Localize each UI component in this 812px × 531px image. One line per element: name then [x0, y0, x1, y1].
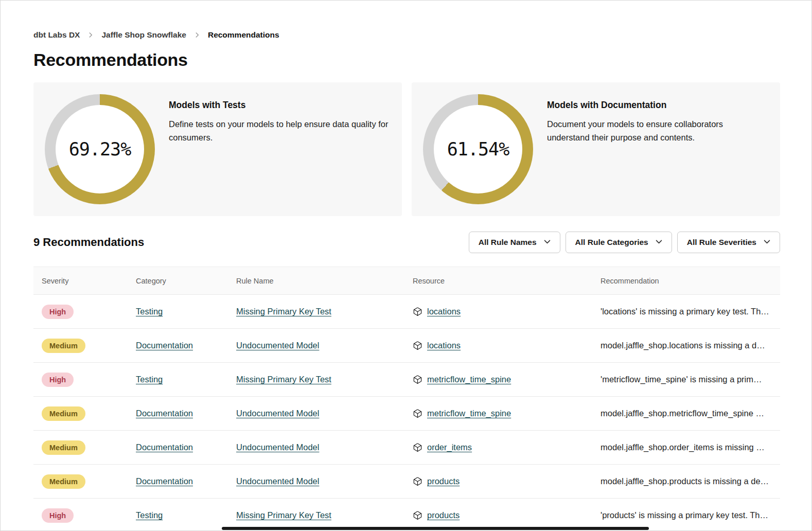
documentation-donut-chart: 61.54%	[423, 94, 533, 204]
category-link[interactable]: Documentation	[136, 409, 193, 418]
resource-link[interactable]: locations	[427, 307, 461, 316]
tests-donut-chart: 69.23%	[45, 94, 155, 204]
recommendations-table: Severity Category Rule Name Resource Rec…	[33, 267, 780, 531]
category-link[interactable]: Documentation	[136, 442, 193, 452]
documentation-percentage: 61.54%	[447, 139, 509, 160]
package-icon	[413, 442, 422, 452]
package-icon	[413, 307, 422, 316]
category-link[interactable]: Testing	[136, 510, 163, 520]
recommendation-text: model.jaffle_shop.products is missing a …	[601, 476, 780, 486]
rule-name-link[interactable]: Undocumented Model	[236, 409, 319, 418]
models-with-tests-card: 69.23% Models with Tests Define tests on…	[33, 82, 402, 216]
recommendation-text: 'metricflow_time_spine' is missing a pri…	[601, 375, 780, 384]
table-row: Medium Documentation Undocumented Model …	[33, 329, 780, 363]
donut-hole: 69.23%	[56, 105, 144, 193]
donut-hole: 61.54%	[434, 105, 522, 193]
recommendation-text: model.jaffle_shop.order_items is missing…	[601, 442, 780, 452]
table-header-row: Severity Category Rule Name Resource Rec…	[33, 267, 780, 295]
rule-name-link[interactable]: Missing Primary Key Test	[236, 510, 331, 520]
resource-link[interactable]: locations	[427, 341, 461, 350]
chevron-down-icon	[763, 237, 771, 248]
severity-badge: High	[42, 305, 74, 319]
severity-badge: Medium	[42, 406, 85, 421]
rule-name-link[interactable]: Undocumented Model	[236, 341, 319, 350]
summary-cards: 69.23% Models with Tests Define tests on…	[33, 82, 780, 216]
chevron-right-icon	[87, 31, 94, 39]
category-link[interactable]: Documentation	[136, 476, 193, 486]
rule-severities-filter-dropdown[interactable]: All Rule Severities	[677, 232, 780, 253]
filter-label: All Rule Names	[479, 238, 537, 247]
tests-percentage: 69.23%	[69, 139, 131, 160]
table-row: High Testing Missing Primary Key Test pr…	[33, 499, 780, 531]
list-header: 9 Recommendations All Rule Names All Rul…	[33, 232, 780, 253]
resource-link[interactable]: order_items	[427, 442, 472, 452]
card-text: Models with Documentation Document your …	[547, 100, 736, 144]
chevron-down-icon	[543, 237, 552, 248]
card-description: Define tests on your models to help ensu…	[169, 117, 390, 144]
package-icon	[413, 341, 422, 350]
column-header-category: Category	[136, 277, 236, 285]
severity-badge: Medium	[42, 440, 85, 455]
table-row: Medium Documentation Undocumented Model …	[33, 397, 780, 431]
breadcrumb-item-account[interactable]: dbt Labs DX	[33, 30, 80, 40]
category-link[interactable]: Documentation	[136, 341, 193, 350]
rule-name-link[interactable]: Missing Primary Key Test	[236, 375, 331, 384]
table-row: Medium Documentation Undocumented Model …	[33, 431, 780, 465]
rule-name-link[interactable]: Undocumented Model	[236, 476, 319, 486]
card-title: Models with Documentation	[547, 100, 736, 111]
table-row: High Testing Missing Primary Key Test me…	[33, 363, 780, 397]
severity-badge: Medium	[42, 339, 85, 353]
filter-label: All Rule Categories	[575, 238, 648, 247]
category-link[interactable]: Testing	[136, 375, 163, 384]
models-with-documentation-card: 61.54% Models with Documentation Documen…	[412, 82, 780, 216]
table-row: High Testing Missing Primary Key Test lo…	[33, 295, 780, 329]
rule-names-filter-dropdown[interactable]: All Rule Names	[469, 232, 560, 253]
breadcrumb: dbt Labs DX Jaffle Shop Snowflake Recomm…	[33, 30, 780, 40]
package-icon	[413, 375, 422, 384]
card-text: Models with Tests Define tests on your m…	[169, 100, 390, 144]
column-header-resource: Resource	[413, 277, 601, 285]
rule-name-link[interactable]: Undocumented Model	[236, 442, 319, 452]
recommendation-text: model.jaffle_shop.metricflow_time_spine …	[601, 409, 780, 418]
recommendations-count: 9 Recommendations	[33, 236, 144, 249]
column-header-severity: Severity	[42, 277, 136, 285]
package-icon	[413, 476, 422, 486]
card-description: Document your models to ensure collabora…	[547, 117, 736, 144]
resource-link[interactable]: products	[427, 510, 460, 520]
chevron-down-icon	[655, 237, 663, 248]
card-title: Models with Tests	[169, 100, 390, 111]
filters: All Rule Names All Rule Categories All R…	[469, 232, 780, 253]
recommendations-page: dbt Labs DX Jaffle Shop Snowflake Recomm…	[0, 0, 812, 531]
chevron-right-icon	[193, 31, 201, 39]
resource-link[interactable]: metricflow_time_spine	[427, 375, 511, 384]
category-link[interactable]: Testing	[136, 307, 163, 316]
column-header-recommendation: Recommendation	[601, 277, 780, 285]
table-row: Medium Documentation Undocumented Model …	[33, 465, 780, 499]
recommendation-text: 'products' is missing a primary key test…	[601, 510, 780, 520]
breadcrumb-item-project[interactable]: Jaffle Shop Snowflake	[101, 30, 186, 40]
recommendation-text: model.jaffle_shop.locations is missing a…	[601, 341, 780, 350]
page-title: Recommendations	[33, 50, 780, 70]
severity-badge: Medium	[42, 474, 85, 489]
horizontal-scrollbar-thumb[interactable]	[222, 527, 649, 530]
breadcrumb-item-current: Recommendations	[208, 30, 279, 40]
severity-badge: High	[42, 373, 74, 387]
resource-link[interactable]: products	[427, 476, 460, 486]
column-header-rule-name: Rule Name	[236, 277, 413, 285]
filter-label: All Rule Severities	[687, 238, 756, 247]
resource-link[interactable]: metricflow_time_spine	[427, 409, 511, 418]
package-icon	[413, 510, 422, 520]
rule-categories-filter-dropdown[interactable]: All Rule Categories	[566, 232, 672, 253]
package-icon	[413, 409, 422, 418]
rule-name-link[interactable]: Missing Primary Key Test	[236, 307, 331, 316]
recommendation-text: 'locations' is missing a primary key tes…	[601, 307, 780, 316]
severity-badge: High	[42, 508, 74, 523]
